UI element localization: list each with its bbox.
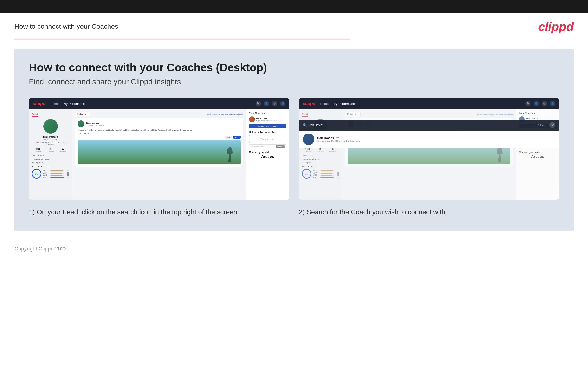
connect-title-1: Connect your data bbox=[249, 151, 286, 154]
search-result-item[interactable]: Dan Davies Pro Sunningdale Golf Club, Un… bbox=[299, 131, 559, 148]
post-buttons-1: OTT APP bbox=[78, 136, 241, 138]
mock-profile-name-1: Blair McHarg bbox=[32, 135, 69, 138]
post-sub-1: Yesterday · Sunningdale bbox=[86, 124, 105, 126]
screenshot-col-2: clippd Home My Performance 🔍 👤 ⚙ 👤 Feed bbox=[299, 98, 559, 217]
mock-feed-panel-1: Following ▾ Control who can see your act… bbox=[72, 109, 246, 200]
search-overlay: 🔍 Dan Davies CLEAR ✕ Dan Davies bbox=[299, 120, 559, 148]
page-heading: How to connect with your Coaches (Deskto… bbox=[29, 61, 559, 74]
mock-coaches-panel-1: Your Coaches David Ford Royal North Devo… bbox=[246, 109, 289, 200]
screenshot-frame-2: clippd Home My Performance 🔍 👤 ⚙ 👤 Feed bbox=[299, 98, 559, 200]
close-search-button[interactable]: ✕ bbox=[550, 122, 555, 128]
perf-bar-app: APP 85 bbox=[43, 172, 69, 174]
mock-nav-myperformance-2[interactable]: My Performance bbox=[333, 102, 356, 106]
mock-feed-tab-2: Feed bbox=[302, 113, 308, 117]
settings-icon-2[interactable]: ⚙ bbox=[542, 101, 547, 106]
mock-nav-1: clippd Home My Performance 🔍 👤 ⚙ 👤 bbox=[29, 98, 289, 109]
result-avatar bbox=[303, 134, 314, 145]
mock-stat-activities: 131 Activities bbox=[35, 147, 41, 153]
coaches-title-1: Your Coaches bbox=[249, 112, 286, 114]
post-text-1: Looking to feel like my hands are exitin… bbox=[78, 129, 241, 131]
following-btn-1[interactable]: Following ▾ bbox=[75, 112, 90, 116]
coaches-title-2: Your Coaches bbox=[519, 112, 556, 114]
search-bar-icon: 🔍 bbox=[303, 123, 307, 127]
coach-avatar-1 bbox=[249, 116, 255, 122]
footer: Copyright Clippd 2022 bbox=[0, 241, 588, 259]
mock-body-1: Feed Blair McHarg Plus Handicap Royal No… bbox=[29, 109, 289, 200]
mock-nav-icons-2: 🔍 👤 ⚙ 👤 bbox=[526, 101, 555, 106]
mock-post-card-1: Blair McHarg Yesterday · Sunningdale Loo… bbox=[75, 118, 243, 166]
copyright-text: Copyright Clippd 2022 bbox=[14, 246, 67, 252]
perf-bar-ott: OTT 90 bbox=[43, 170, 69, 172]
following-num: 4 bbox=[59, 147, 66, 151]
manage-coaches-btn-1[interactable]: Manage Your Coaches bbox=[249, 124, 286, 128]
off-btn-1[interactable]: OTT bbox=[225, 136, 232, 138]
perf-bar-arg: ARG 86 bbox=[43, 174, 69, 176]
mock-feed-tab-1: Feed bbox=[32, 113, 38, 117]
mock-nav-home-1[interactable]: Home bbox=[50, 102, 59, 106]
trackman-placeholder-1: Trackman Link bbox=[249, 135, 286, 143]
mock-handicap-1: Plus Handicap bbox=[32, 138, 69, 140]
settings-icon-1[interactable]: ⚙ bbox=[272, 101, 277, 106]
mock-stat-followers: 3 Followers bbox=[47, 147, 54, 153]
mock-body-2: Feed Blair McHarg Plus Handicap Royal No… bbox=[299, 109, 559, 200]
top-bar bbox=[0, 0, 588, 12]
perf-title-1: Player Performance bbox=[32, 166, 69, 168]
post-image-1 bbox=[78, 140, 241, 164]
mock-search-bar: 🔍 Dan Davies CLEAR ✕ bbox=[299, 120, 559, 131]
mock-post-header-1: Blair McHarg Yesterday · Sunningdale bbox=[78, 120, 241, 127]
search-icon-1[interactable]: 🔍 bbox=[256, 101, 261, 106]
screenshot-frame-1: clippd Home My Performance 🔍 👤 ⚙ 👤 Feed bbox=[29, 98, 289, 200]
result-info: Dan Davies Pro Sunningdale Golf Club, Un… bbox=[317, 136, 360, 142]
coach-name-1: David Ford bbox=[256, 117, 278, 120]
arccos-logo-1: Arccos bbox=[249, 155, 286, 159]
logo: clippd bbox=[538, 19, 574, 34]
result-badge: Pro bbox=[335, 137, 339, 139]
lesson-with-fordy-1: Lesson with Fordy bbox=[32, 158, 69, 160]
screenshots-row: clippd Home My Performance 🔍 👤 ⚙ 👤 Feed bbox=[29, 98, 559, 217]
circle-score-1: 92 bbox=[32, 169, 41, 179]
app-btn-1[interactable]: APP bbox=[233, 136, 240, 138]
add-link-btn-1[interactable]: Add Link bbox=[276, 145, 284, 148]
result-club: Sunningdale Golf Club, United Kingdom bbox=[317, 140, 360, 142]
page-subheading: Find, connect and share your Clippd insi… bbox=[29, 77, 559, 86]
post-duration-1: 01 hr : 30 min bbox=[78, 133, 241, 135]
avatar-icon-2[interactable]: 👤 bbox=[550, 101, 555, 106]
activity-date-1: 03 Aug 2022 bbox=[32, 162, 69, 164]
main-content: How to connect with your Coaches (Deskto… bbox=[14, 49, 574, 231]
mock-stats-1: 131 Activities 3 Followers 4 Following bbox=[32, 147, 69, 153]
coach-club-1: Royal North Devon Golf Club bbox=[256, 120, 278, 121]
mock-profile-panel-1: Feed Blair McHarg Plus Handicap Royal No… bbox=[29, 109, 72, 200]
profile-icon-1[interactable]: 👤 bbox=[264, 101, 269, 106]
search-icon-2[interactable]: 🔍 bbox=[526, 101, 531, 106]
screenshot-col-1: clippd Home My Performance 🔍 👤 ⚙ 👤 Feed bbox=[29, 98, 289, 217]
mock-profile-img-1 bbox=[43, 119, 58, 134]
following-label: Following bbox=[59, 151, 66, 153]
mock-club-1: Royal North Devon Golf Club, United King… bbox=[32, 141, 69, 146]
result-name: Dan Davies bbox=[317, 136, 334, 140]
upload-title-1: Upload a Trackman Test bbox=[249, 131, 286, 134]
activities-num: 131 bbox=[35, 147, 41, 151]
trackman-input-1[interactable]: Trackman Link Add Link bbox=[249, 144, 286, 149]
perf-bar-putt: PUTT 96 bbox=[43, 176, 69, 178]
post-name-1: Blair McHarg bbox=[86, 122, 105, 124]
control-text-1[interactable]: Control who can see your activity and da… bbox=[207, 113, 243, 115]
clear-button[interactable]: CLEAR bbox=[537, 124, 546, 127]
mock-stat-following: 4 Following bbox=[59, 147, 66, 153]
search-input-area: 🔍 Dan Davies bbox=[303, 123, 535, 127]
latest-activity-label: Latest Activity bbox=[32, 155, 69, 157]
profile-icon-2[interactable]: 👤 bbox=[534, 101, 539, 106]
avatar-icon-1[interactable]: 👤 bbox=[280, 101, 285, 106]
golfer-silhouette-1 bbox=[226, 147, 233, 162]
header: How to connect with your Coaches clippd bbox=[0, 12, 588, 38]
mock-nav-myperformance-1[interactable]: My Performance bbox=[63, 102, 86, 106]
mock-nav-logo-2: clippd bbox=[303, 101, 316, 106]
mock-nav-home-2[interactable]: Home bbox=[320, 102, 329, 106]
mock-nav-icons-1: 🔍 👤 ⚙ 👤 bbox=[256, 101, 285, 106]
mock-nav-2: clippd Home My Performance 🔍 👤 ⚙ 👤 bbox=[299, 98, 559, 109]
mock-following-row-1: Following ▾ Control who can see your act… bbox=[75, 112, 243, 116]
player-perf-1: Player Performance 92 OTT 90 bbox=[32, 166, 69, 180]
followers-label: Followers bbox=[47, 151, 54, 153]
post-avatar-1 bbox=[78, 120, 84, 127]
search-query-text[interactable]: Dan Davies bbox=[309, 123, 324, 127]
result-name-row: Dan Davies Pro bbox=[317, 136, 360, 140]
